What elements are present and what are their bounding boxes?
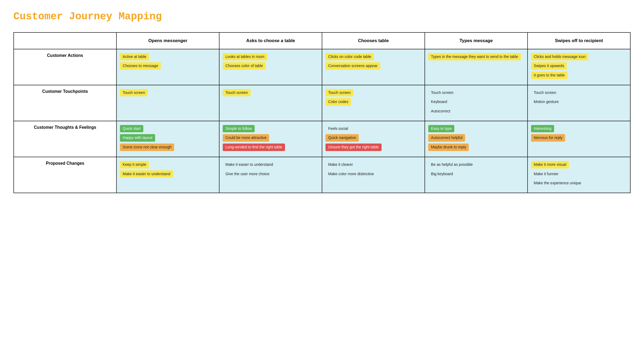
row-actions-cell-0: Active at tableChooses to message (116, 49, 219, 85)
tag: Autocorrect (428, 108, 453, 115)
tag: Keep it simple (120, 161, 149, 168)
tag: Nervous for reply (531, 134, 565, 142)
tag: Touch screen (120, 89, 148, 97)
tag: Make it easier to understand (223, 161, 276, 168)
tag: Some icons not clear enough (120, 144, 174, 151)
row-changes-cell-1: Make it easier to understandGive the use… (219, 157, 322, 193)
tag: Clicks and holds message icon (531, 53, 588, 61)
header-empty (14, 32, 116, 49)
tag: Active at table (120, 53, 149, 61)
row-actions: Customer ActionsActive at tableChooses t… (14, 49, 630, 85)
row-changes-cell-0: Keep it simpleMake it easier to understa… (116, 157, 219, 193)
row-actions-label: Customer Actions (14, 49, 116, 85)
tag: Types in the message they want to send t… (428, 53, 521, 61)
tag: Touch screen (428, 89, 456, 97)
tag: Interesting (531, 125, 554, 133)
row-changes-cell-2: Make it clearerMake color more distincti… (322, 157, 425, 193)
row-changes-cell-3: Be as helpful as possibleBig keyboard (425, 157, 528, 193)
tag: Quick start (120, 125, 143, 133)
row-thoughts-cell-0: Quick startHappy with layoutSome icons n… (116, 121, 219, 157)
row-thoughts-cell-1: Simple to followCould be more attractive… (219, 121, 322, 157)
tag: Be as helpful as possible (428, 161, 475, 168)
tag: Color codes (325, 98, 351, 106)
row-changes-label: Proposed Changes (14, 157, 116, 193)
row-actions-cell-1: Looks at tables in roomChooses color of … (219, 49, 322, 85)
col-header-col-asks: Asks to choose a table (219, 32, 322, 49)
row-thoughts-cell-2: Feels socialQuick navigationUnsure they … (322, 121, 425, 157)
row-touchpoints-cell-2: Touch screenColor codes (322, 85, 425, 121)
tag: Motion gesture (531, 98, 561, 106)
row-touchpoints: Customer TouchpointsTouch screenTouch sc… (14, 85, 630, 121)
row-touchpoints-label: Customer Touchpoints (14, 85, 116, 121)
tag: Simple to follow (223, 125, 255, 133)
tag: Big keyboard (428, 170, 456, 178)
row-touchpoints-cell-1: Touch screen (219, 85, 322, 121)
tag: Unsure they got the right table (325, 144, 382, 151)
row-touchpoints-cell-4: Touch screenMotion gesture (528, 85, 630, 121)
tag: Chooses to message (120, 62, 161, 70)
tag: Give the user more choice (223, 170, 272, 178)
tag: Easy to type (428, 125, 454, 133)
journey-map-table: Opens messengerAsks to choose a tableCho… (13, 32, 631, 193)
tag: Touch screen (325, 89, 353, 97)
col-header-col-opens: Opens messenger (116, 32, 219, 49)
tag: Maybe drunk to reply (428, 144, 469, 151)
row-actions-cell-4: Clicks and holds message iconSwipes it u… (528, 49, 630, 85)
tag: Happy with layout (120, 134, 155, 142)
tag: Make color more distinctive (325, 170, 377, 178)
tag: It goes to the table (531, 72, 568, 79)
tag: Make it more visual (531, 161, 569, 168)
col-header-col-types: Types message (425, 32, 528, 49)
col-header-col-chooses: Chooses table (322, 32, 425, 49)
row-thoughts-cell-4: InterestingNervous for reply (528, 121, 630, 157)
row-thoughts-cell-3: Easy to typeAutocorrect helpfulMaybe dru… (425, 121, 528, 157)
tag: Long-winded to find the right table (223, 144, 285, 151)
row-thoughts: Customer Thoughts & FeelingsQuick startH… (14, 121, 630, 157)
tag: Touch screen (531, 89, 559, 97)
tag: Make it easier to understand (120, 170, 173, 178)
tag: Swipes it upwards (531, 62, 567, 70)
tag: Make the experience unique (531, 179, 584, 187)
page-title: Customer Journey Mapping (13, 11, 631, 23)
row-touchpoints-cell-0: Touch screen (116, 85, 219, 121)
tag: Keyboard (428, 98, 450, 106)
tag: Make it funnier (531, 170, 561, 178)
tag: Quick navigation (325, 134, 359, 142)
tag: Touch screen (223, 89, 251, 97)
row-changes: Proposed ChangesKeep it simpleMake it ea… (14, 157, 630, 193)
tag: Make it clearer (325, 161, 356, 168)
tag: Could be more attractive (223, 134, 269, 142)
col-header-col-swipes: Swipes off to recipient (528, 32, 630, 49)
row-actions-cell-2: Clicks on color code tableConversation s… (322, 49, 425, 85)
row-actions-cell-3: Types in the message they want to send t… (425, 49, 528, 85)
row-changes-cell-4: Make it more visualMake it funnierMake t… (528, 157, 630, 193)
tag: Chooses color of table (223, 62, 266, 70)
tag: Clicks on color code table (325, 53, 374, 61)
tag: Conversation screens appear (325, 62, 380, 70)
row-touchpoints-cell-3: Touch screenKeyboardAutocorrect (425, 85, 528, 121)
tag: Autocorrect helpful (428, 134, 465, 142)
row-thoughts-label: Customer Thoughts & Feelings (14, 121, 116, 157)
tag: Looks at tables in room (223, 53, 267, 61)
tag: Feels social (325, 125, 351, 133)
